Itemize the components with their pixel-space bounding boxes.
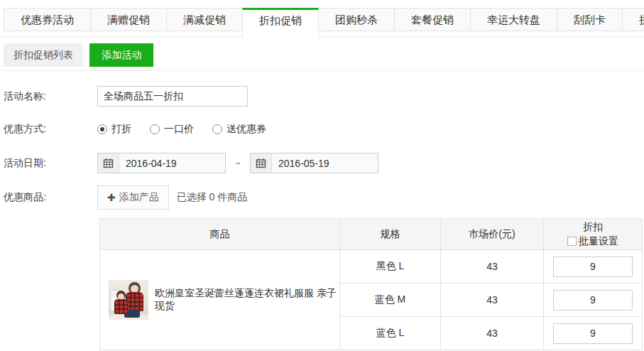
add-product-button[interactable]: ✚ 添加产品 — [97, 185, 169, 210]
activity-date-row: 活动日期: 2016-04-19 ~ — [4, 153, 644, 173]
batch-set-checkbox[interactable] — [567, 237, 577, 246]
tab-discount-promotion[interactable]: 折扣促销 — [242, 8, 319, 38]
radio-give-coupon[interactable]: 送优惠券 — [212, 123, 266, 136]
activity-name-input[interactable] — [97, 86, 248, 107]
date-range-separator: ~ — [226, 158, 250, 168]
spec-cell: 黑色 L — [340, 250, 441, 284]
tab-full-reduction[interactable]: 满减促销 — [166, 8, 243, 31]
activity-name-label: 活动名称: — [4, 90, 97, 103]
price-cell: 43 — [441, 250, 544, 284]
add-activity-form: 活动名称: 优惠方式: 打折 一口价 送优惠券 活动日期: — [0, 86, 644, 210]
activity-date-label: 活动日期: — [4, 157, 97, 170]
table-header-row: 商品 规格 市场价(元) 折扣 批量设置 — [100, 219, 643, 250]
tab-package-promotion[interactable]: 套餐促销 — [394, 8, 471, 31]
date-start-input[interactable]: 2016-04-19 — [97, 153, 226, 173]
header-price: 市场价(元) — [441, 219, 544, 250]
table-row: 欧洲皇室圣诞蕾丝蓬蓬连衣裙礼服服 亲子现货 黑色 L 43 — [100, 250, 643, 284]
tab-pintuan-seckill[interactable]: 拼团秒杀 — [622, 8, 644, 31]
header-spec: 规格 — [340, 219, 441, 250]
subtab-discount-list[interactable]: 折扣促销列表 — [4, 43, 83, 67]
header-product: 商品 — [100, 219, 340, 250]
sub-tabbar: 折扣促销列表 添加活动 — [0, 37, 644, 71]
date-start-value: 2016-04-19 — [119, 158, 177, 169]
price-cell: 43 — [441, 284, 544, 317]
plus-icon: ✚ — [107, 192, 116, 203]
calendar-icon[interactable] — [251, 153, 272, 173]
promotion-tabbar: 优惠券活动 满赠促销 满减促销 折扣促销 团购秒杀 套餐促销 幸运大转盘 刮刮卡… — [0, 0, 644, 37]
radio-fixed-price-label: 一口价 — [164, 123, 194, 136]
radio-discount-label: 打折 — [111, 123, 131, 136]
radio-dot-icon — [97, 124, 107, 134]
subtab-add-activity[interactable]: 添加活动 — [89, 43, 153, 67]
product-cell: 欧洲皇室圣诞蕾丝蓬蓬连衣裙礼服服 亲子现货 — [100, 250, 340, 350]
batch-set-label: 批量设置 — [579, 234, 618, 248]
header-discount: 折扣 批量设置 — [544, 219, 643, 250]
product-title: 欧洲皇室圣诞蕾丝蓬蓬连衣裙礼服服 亲子现货 — [155, 287, 339, 313]
selected-count-text: 已选择 0 件商品 — [177, 191, 248, 204]
tab-scratch-card[interactable]: 刮刮卡 — [557, 8, 623, 31]
discount-input[interactable] — [553, 323, 633, 344]
discount-goods-label: 优惠商品: — [4, 191, 97, 204]
discount-method-row: 优惠方式: 打折 一口价 送优惠券 — [4, 123, 644, 136]
tab-group-seckill[interactable]: 团购秒杀 — [318, 8, 395, 31]
radio-discount[interactable]: 打折 — [97, 123, 131, 136]
date-end-value: 2016-05-19 — [272, 158, 329, 169]
tab-lucky-wheel[interactable]: 幸运大转盘 — [470, 8, 557, 31]
discount-method-label: 优惠方式: — [4, 123, 97, 136]
products-table: 商品 规格 市场价(元) 折扣 批量设置 — [99, 218, 643, 350]
discount-goods-row: 优惠商品: ✚ 添加产品 已选择 0 件商品 — [4, 185, 644, 210]
header-discount-title: 折扣 — [547, 220, 639, 234]
spec-cell: 蓝色 M — [340, 284, 441, 317]
spec-cell: 蓝色 L — [340, 317, 441, 350]
tab-coupon-activity[interactable]: 优惠券活动 — [4, 8, 91, 31]
discount-input[interactable] — [553, 290, 633, 310]
calendar-icon[interactable] — [98, 153, 119, 173]
price-cell: 43 — [441, 317, 544, 350]
add-product-label: 添加产品 — [119, 191, 159, 204]
radio-dot-icon — [212, 124, 222, 134]
product-image — [109, 280, 148, 320]
discount-input[interactable] — [553, 256, 633, 277]
tab-full-gift[interactable]: 满赠促销 — [90, 8, 167, 31]
date-end-input[interactable]: 2016-05-19 — [250, 153, 378, 173]
radio-dot-icon — [150, 124, 160, 134]
discount-method-options: 打折 一口价 送优惠券 — [97, 123, 285, 136]
radio-fixed-price[interactable]: 一口价 — [150, 123, 194, 136]
radio-give-coupon-label: 送优惠券 — [227, 123, 266, 136]
activity-name-row: 活动名称: — [4, 86, 644, 107]
